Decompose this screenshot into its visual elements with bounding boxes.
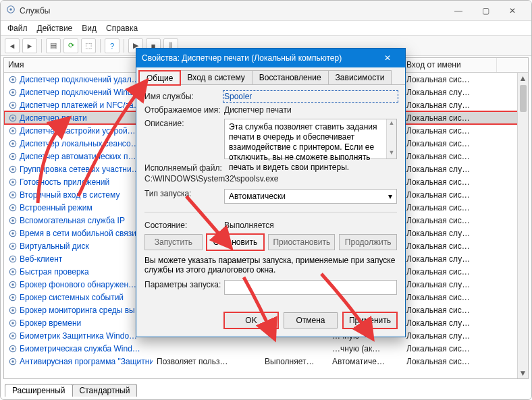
col-logon[interactable]: Вход от имени [402,58,497,72]
tab-general[interactable]: Общие [139,71,180,85]
service-name-link[interactable]: Время в сети мобильной связи [20,229,136,238]
toolbar-properties-icon[interactable]: ▤ [46,38,61,53]
service-name-link[interactable]: Брокер мониторинга среды вы… [20,306,143,315]
startup-type-select[interactable]: Автоматически ▾ [224,189,397,204]
service-name-link[interactable]: Брокер системных событий [20,293,124,302]
service-name-link[interactable]: Биометрик Защитника Windo… [20,331,137,341]
col-name[interactable]: Имя [4,58,153,72]
service-name-link[interactable]: Диспетчер платежей и NFC/за… [20,101,142,110]
cell-logon: Локальная сис… [402,139,497,148]
gear-icon [8,190,18,200]
close-button[interactable]: ✕ [499,1,526,20]
table-row[interactable]: Антивирусная программа "Защитника Window… [4,355,528,368]
cell-state: Выполняет… [261,357,328,366]
desc-scroll-up-icon[interactable]: ▲ [389,119,395,129]
service-name-link[interactable]: Вспомогательная служба IP [20,216,125,225]
table-row[interactable]: Биометрическая служба Wind……чную (ак…Лок… [4,342,528,355]
svg-point-37 [11,296,14,299]
start-params-hint: Вы можете указать параметры запуска, при… [144,256,397,275]
dialog-close-button[interactable]: ✕ [375,49,400,67]
svg-point-25 [11,219,14,222]
svg-point-45 [11,347,14,350]
stop-service-button[interactable]: Остановить [207,234,265,250]
scroll-up-icon[interactable]: ▲ [518,73,528,84]
menu-action[interactable]: Действие [37,24,73,33]
maximize-button[interactable]: ▢ [472,1,499,20]
tab-extended[interactable]: Расширенный [5,384,73,397]
service-name-link[interactable]: Брокер времени [20,318,81,328]
service-name-link[interactable]: Группировка сетевых участни… [20,165,140,174]
service-name-link[interactable]: Диспетчер подключений Wind… [20,88,140,97]
svg-point-47 [11,360,14,363]
cell-logon: Локальная сис… [402,177,497,187]
scroll-thumb[interactable] [520,85,527,112]
menu-help[interactable]: Справка [106,24,138,33]
service-name-link[interactable]: Быстрая проверка [20,267,89,277]
service-name-link[interactable]: Готовность приложений [20,177,109,187]
svg-point-39 [11,309,14,312]
service-name-link[interactable]: Антивирусная программа "Защитника Window… [20,357,153,366]
toolbar-export-icon[interactable]: ⬚ [81,38,96,53]
tab-recovery[interactable]: Восстановление [252,70,329,84]
svg-point-1 [9,8,12,11]
svg-point-3 [11,78,14,81]
cell-start: Автоматиче… [328,357,402,366]
toolbar-forward-icon[interactable]: ► [22,38,37,53]
cancel-button[interactable]: Отмена [284,312,338,328]
tab-standard[interactable]: Стандартный [72,384,138,397]
label-startup-type: Тип запуска: [144,189,224,198]
cell-logon: Локальная сис… [402,152,497,161]
svg-point-27 [11,232,14,235]
service-name-link[interactable]: Брокер фонового обнаружен… [20,280,136,289]
toolbar-back-icon[interactable]: ◄ [5,38,20,53]
tab-logon[interactable]: Вход в систему [180,70,252,84]
service-name-link[interactable]: Диспетчер локальных сеансо… [20,139,139,148]
cell-logon: Локальная сис… [402,293,497,302]
service-name-link[interactable]: Веб-клиент [20,254,62,264]
menu-file[interactable]: Файл [7,24,28,33]
gear-icon [8,344,18,353]
cell-logon: Локальная слу… [402,101,497,110]
desc-scrollbar[interactable]: ▲ ▼ [386,119,396,159]
svg-point-9 [11,117,14,119]
value-service-name: Spooler [224,92,397,101]
svg-point-15 [11,155,14,158]
menu-view[interactable]: Вид [82,24,97,33]
service-name-link[interactable]: Биометрическая служба Wind… [20,344,140,353]
service-name-link[interactable]: Встроенный режим [20,203,92,212]
value-description: Эта служба позволяет ставить задания печ… [224,119,397,159]
minimize-button[interactable]: — [445,1,472,20]
cell-logon: Локальная сис… [402,241,497,251]
list-scrollbar[interactable]: ▲ ▼ [517,73,528,378]
dialog-titlebar[interactable]: Свойства: Диспетчер печати (Локальный ко… [136,49,405,67]
apply-button[interactable]: Применить [343,312,397,328]
label-start-params: Параметры запуска: [144,280,224,289]
ok-button[interactable]: OK [224,312,278,328]
service-name-link[interactable]: Виртуальный диск [20,241,89,251]
gear-icon [8,113,18,123]
desc-scroll-down-icon[interactable]: ▼ [389,149,395,159]
view-tabs: Расширенный Стандартный [5,384,136,397]
scroll-down-icon[interactable]: ▼ [518,368,528,378]
gear-icon [8,139,18,148]
service-name-link[interactable]: Вторичный вход в систему [20,190,119,200]
service-name-link[interactable]: Диспетчер настройки устрой… [20,126,136,136]
cell-logon: Локальная сис… [402,344,497,353]
gear-icon [8,357,18,366]
service-name-link[interactable]: Диспетчер автоматических п… [20,152,136,161]
gear-icon [8,216,18,225]
tab-deps[interactable]: Зависимости [328,70,392,84]
value-display-name: Диспетчер печати [224,105,397,115]
svg-point-33 [11,270,14,273]
cell-logon: Локальная слу… [402,331,497,341]
service-name-link[interactable]: Диспетчер печати [20,113,87,123]
titlebar: Службы — ▢ ✕ [1,1,531,21]
toolbar-refresh-icon[interactable]: ⟳ [63,38,78,53]
toolbar-help-icon[interactable]: ? [105,38,119,53]
svg-point-5 [11,91,14,94]
start-params-input[interactable] [224,280,397,295]
service-name-link[interactable]: Диспетчер подключений удал… [20,75,140,84]
svg-point-7 [11,104,14,107]
gear-icon [8,267,18,277]
gear-icon [8,229,18,238]
